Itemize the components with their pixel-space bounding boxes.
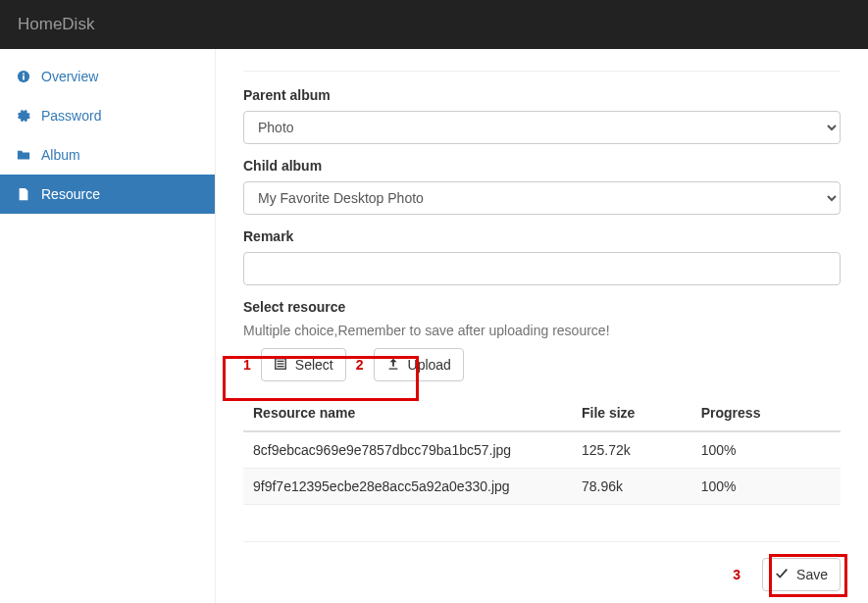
brand-title: HomeDisk xyxy=(18,15,94,34)
parent-album-label: Parent album xyxy=(243,87,841,103)
folder-icon xyxy=(16,148,31,162)
sidebar-item-label: Password xyxy=(41,108,101,124)
sidebar-item-password[interactable]: Password xyxy=(0,96,215,135)
main: Parent album Photo Child album My Favori… xyxy=(216,49,868,603)
gear-icon xyxy=(16,109,31,123)
upload-button[interactable]: Upload xyxy=(374,348,464,381)
table-header-row: Resource name File size Progress xyxy=(243,395,841,431)
sidebar-item-resource[interactable]: Resource xyxy=(0,175,215,214)
sidebar-item-album[interactable]: Album xyxy=(0,135,215,175)
upload-icon xyxy=(386,357,400,374)
remark-input[interactable] xyxy=(243,252,841,285)
list-icon xyxy=(274,357,287,374)
sidebar-item-label: Resource xyxy=(41,186,100,202)
sidebar-item-overview[interactable]: Overview xyxy=(0,57,215,96)
col-name: Resource name xyxy=(243,395,572,431)
col-size: File size xyxy=(572,395,691,431)
col-progress: Progress xyxy=(691,395,841,431)
bottom-bar: 3 Save xyxy=(733,558,841,591)
select-button[interactable]: Select xyxy=(261,348,346,381)
svg-rect-1 xyxy=(23,75,25,79)
child-album-select[interactable]: My Favorite Desktop Photo xyxy=(243,181,841,215)
container: Overview Password Album Resource Parent … xyxy=(0,49,868,603)
file-icon xyxy=(16,187,31,201)
sidebar: Overview Password Album Resource xyxy=(0,49,216,603)
annotation-1: 1 xyxy=(243,357,251,373)
sidebar-item-label: Overview xyxy=(41,69,98,84)
button-row: 1 Select 2 Upload xyxy=(243,348,841,381)
bottom-divider xyxy=(243,541,841,542)
annotation-2: 2 xyxy=(356,357,364,373)
table-row: 8cf9ebcac969e9e7857dbcc79ba1bc57.jpg 125… xyxy=(243,431,841,469)
help-text: Multiple choice,Remember to save after u… xyxy=(243,323,841,338)
info-icon xyxy=(16,70,31,83)
resource-table: Resource name File size Progress 8cf9ebc… xyxy=(243,395,841,505)
svg-rect-2 xyxy=(23,74,25,75)
parent-album-select[interactable]: Photo xyxy=(243,111,841,144)
topbar: HomeDisk xyxy=(0,0,868,49)
divider xyxy=(243,71,841,72)
child-album-label: Child album xyxy=(243,158,841,174)
check-icon xyxy=(775,567,789,583)
remark-label: Remark xyxy=(243,228,841,244)
annotation-3: 3 xyxy=(733,567,740,582)
select-resource-label: Select resource xyxy=(243,299,841,315)
table-row: 9f9f7e12395ecbe28e8acc5a92a0e330.jpg 78.… xyxy=(243,469,841,505)
save-button[interactable]: Save xyxy=(762,558,841,591)
sidebar-item-label: Album xyxy=(41,147,80,163)
